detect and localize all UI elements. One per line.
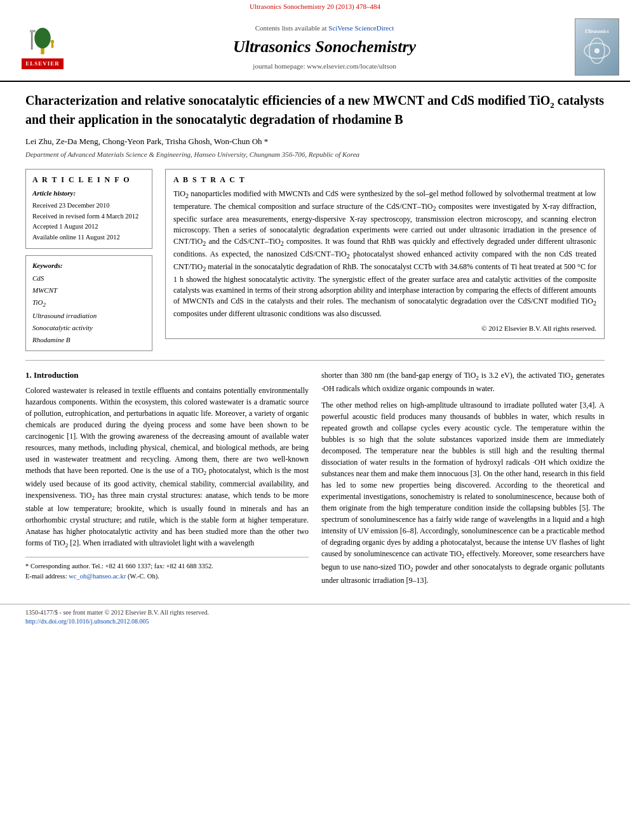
doi-line: http://dx.doi.org/10.1016/j.ultsonch.201…	[25, 617, 605, 626]
svg-point-4	[51, 40, 54, 43]
footnote-star-line: * Corresponding author. Tel.: +82 41 660…	[25, 561, 309, 571]
email-link[interactable]: wc_oh@hanseo.ac.kr	[69, 573, 126, 580]
email-label: E-mail address:	[25, 573, 67, 580]
sciverse-prefix: Contents lists available at	[255, 24, 328, 32]
abstract-col: A B S T R A C T TiO2 nanoparticles modif…	[165, 169, 605, 352]
journal-homepage: journal homepage: www.elsevier.com/locat…	[253, 62, 396, 71]
cover-label: Ultrasonics	[585, 28, 609, 35]
elsevier-tree-icon	[23, 25, 62, 57]
online-date: Available online 11 August 2012	[32, 232, 145, 243]
body-section: 1. Introduction Colored wastewater is re…	[25, 370, 605, 591]
sciverse-link[interactable]: SciVerse ScienceDirect	[328, 24, 394, 32]
journal-ref-text: Ultrasonics Sonochemistry 20 (2013) 478–…	[250, 3, 380, 10]
homepage-text: journal homepage: www.elsevier.com/locat…	[253, 62, 396, 70]
journal-title-area: Contents lists available at SciVerse Sci…	[84, 18, 565, 76]
intro-heading: 1. Introduction	[25, 370, 309, 381]
issn-line: 1350-4177/$ - see front matter © 2012 El…	[25, 608, 605, 617]
copyright-line: © 2012 Elsevier B.V. All rights reserved…	[173, 324, 596, 333]
accepted-date: Accepted 1 August 2012	[32, 222, 145, 232]
journal-title: Ultrasonics Sonochemistry	[233, 36, 416, 58]
article-title: Characterization and relative sonocataly…	[25, 92, 605, 128]
intro-para1: Colored wastewater is released in textil…	[25, 385, 309, 550]
article-info-box: A R T I C L E I N F O Article history: R…	[25, 169, 152, 249]
kw-tio2: TiO2	[32, 297, 145, 310]
sciverse-line: Contents lists available at SciVerse Sci…	[255, 23, 394, 33]
footnote-email-line: E-mail address: wc_oh@hanseo.ac.kr (W.-C…	[25, 571, 309, 582]
elsevier-logo: ELSEVIER	[22, 25, 64, 69]
abstract-text: TiO2 nanoparticles modified with MWCNTs …	[173, 189, 596, 319]
keywords-label: Keywords:	[32, 261, 145, 270]
elsevier-badge: ELSEVIER	[22, 58, 64, 69]
authors: Lei Zhu, Ze-Da Meng, Chong-Yeon Park, Tr…	[25, 136, 605, 147]
svg-rect-2	[31, 31, 33, 50]
keywords-box: Keywords: CdS MWCNT TiO2 Ultrasound irra…	[25, 255, 152, 351]
body-right-col: shorter than 380 nm (the band-gap energy…	[321, 370, 605, 591]
kw-ultrasound: Ultrasound irradiation	[32, 310, 145, 322]
received-date: Received 23 December 2010	[32, 201, 145, 211]
svg-rect-3	[30, 30, 36, 32]
abstract-heading: A B S T R A C T	[173, 175, 596, 185]
svg-rect-5	[51, 43, 54, 48]
right-para2: The other method relies on high-amplitud…	[321, 399, 605, 586]
kw-rhodamine: Rhodamine B	[32, 334, 145, 346]
journal-reference-bar: Ultrasonics Sonochemistry 20 (2013) 478–…	[0, 0, 630, 13]
body-left-col: 1. Introduction Colored wastewater is re…	[25, 370, 309, 591]
right-para1: shorter than 380 nm (the band-gap energy…	[321, 370, 605, 394]
email-suffix: (W.-C. Oh).	[128, 573, 159, 580]
journal-cover-image: Ultrasonics	[575, 18, 619, 76]
bottom-bar: 1350-4177/$ - see front matter © 2012 El…	[0, 604, 630, 629]
keywords-list: CdS MWCNT TiO2 Ultrasound irradiation So…	[32, 272, 145, 345]
footnote-star-text: * Corresponding author. Tel.: +82 41 660…	[25, 563, 213, 570]
revised-date: Received in revised form 4 March 2012	[32, 211, 145, 222]
kw-mwcnt: MWCNT	[32, 284, 145, 297]
abstract-section: A B S T R A C T TiO2 nanoparticles modif…	[165, 169, 605, 339]
svg-point-1	[34, 28, 50, 49]
journal-cover-area: Ultrasonics	[572, 18, 622, 76]
history-label: Article history:	[32, 189, 145, 198]
info-abstract-section: A R T I C L E I N F O Article history: R…	[25, 169, 605, 352]
cover-graphic-icon	[581, 35, 613, 67]
svg-point-8	[594, 48, 600, 53]
main-content: Characterization and relative sonocataly…	[0, 82, 630, 603]
article-dates: Received 23 December 2010 Received in re…	[32, 201, 145, 243]
journal-header: ELSEVIER Contents lists available at Sci…	[0, 13, 630, 82]
article-info-heading: A R T I C L E I N F O	[32, 175, 145, 185]
affiliation: Department of Advanced Materials Science…	[25, 150, 605, 159]
kw-cds: CdS	[32, 272, 145, 284]
article-info-col: A R T I C L E I N F O Article history: R…	[25, 169, 152, 352]
section-divider	[25, 360, 605, 361]
footnote-section: * Corresponding author. Tel.: +82 41 660…	[25, 557, 309, 582]
publisher-logo-area: ELSEVIER	[8, 18, 77, 76]
kw-sonocatalytic: Sonocatalytic activity	[32, 322, 145, 334]
